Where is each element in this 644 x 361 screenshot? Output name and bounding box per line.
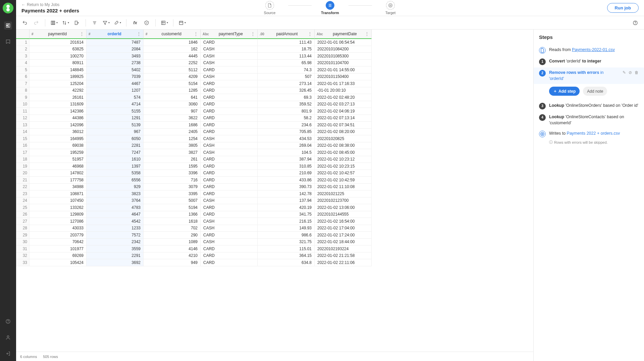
cell[interactable]: 2405 <box>144 129 201 136</box>
cell[interactable]: CASH <box>201 239 258 246</box>
edit-step-icon[interactable]: ✎ <box>623 70 626 76</box>
cell[interactable]: 4209 <box>144 74 201 81</box>
cell[interactable]: 107450 <box>30 197 87 205</box>
source-file-link[interactable]: Payments-2022-01.csv <box>572 47 615 52</box>
cell[interactable]: 5154 <box>144 80 201 87</box>
cell[interactable]: 142386 <box>30 108 87 115</box>
cell[interactable]: 42292 <box>30 87 87 94</box>
step-3[interactable]: 3 Lookup 'OnlineStoreOrders' based on 'O… <box>539 100 639 112</box>
cell[interactable]: 142.78 <box>258 190 315 197</box>
cell[interactable]: 4210 <box>144 253 201 260</box>
cell[interactable]: 3764 <box>87 197 144 205</box>
cell[interactable]: 801.9 <box>258 108 315 115</box>
cell[interactable]: 195259 <box>30 149 87 156</box>
cell[interactable]: 189925 <box>30 74 87 81</box>
cell[interactable]: 201614 <box>30 39 87 46</box>
cell[interactable]: CASH <box>201 60 258 67</box>
cell[interactable]: CARD <box>201 163 258 170</box>
cell[interactable]: 34988 <box>30 184 87 191</box>
cell[interactable]: 129809 <box>30 211 87 218</box>
cell[interactable]: 967 <box>87 129 144 136</box>
cell[interactable]: 4146 <box>144 245 201 253</box>
cell[interactable]: 273.14 <box>258 80 315 87</box>
column-header-paymentId[interactable]: #paymentId⋮ <box>30 30 87 39</box>
cell[interactable]: 210.69 <box>258 170 315 177</box>
cell[interactable]: 2281 <box>87 142 144 149</box>
cell[interactable]: CARD <box>201 129 258 136</box>
cell[interactable]: 507 <box>258 74 315 81</box>
cell[interactable]: 269.04 <box>258 142 315 149</box>
cell[interactable]: 1254 <box>144 135 201 142</box>
cell[interactable]: 1846 <box>144 39 201 46</box>
cell[interactable]: 69.3 <box>258 94 315 101</box>
cell[interactable]: -01-01 20:00:10 <box>315 87 372 94</box>
column-header-paymentDate[interactable]: AbcpaymentDate⋮ <box>315 30 372 39</box>
help-toolbar-icon[interactable] <box>631 18 640 28</box>
step-1[interactable]: 1 Convert 'orderId' to integer <box>539 56 639 67</box>
add-step-button[interactable]: ＋Add step <box>549 87 580 96</box>
cell[interactable]: CARD <box>201 101 258 108</box>
cell[interactable]: 80911 <box>30 60 87 67</box>
cell[interactable]: 147802 <box>30 170 87 177</box>
cell[interactable]: 4445 <box>144 53 201 60</box>
add-column-button[interactable] <box>72 18 82 28</box>
cell[interactable]: 133262 <box>30 204 87 211</box>
cell[interactable]: CARD <box>201 108 258 115</box>
cell[interactable]: 43033 <box>30 225 87 232</box>
cell[interactable]: 69038 <box>30 142 87 149</box>
cell[interactable]: 310.85 <box>258 163 315 170</box>
delete-step-icon[interactable]: 🗑 <box>635 70 639 76</box>
cell[interactable]: 4647 <box>87 211 144 218</box>
cell[interactable]: 20220101084200 <box>315 46 372 53</box>
column-menu-icon[interactable]: ⋮ <box>194 31 198 37</box>
cell[interactable]: 716 <box>144 177 201 184</box>
cell[interactable]: 148845 <box>30 66 87 74</box>
cell[interactable]: 420.19 <box>258 204 315 211</box>
column-menu-icon[interactable]: ⋮ <box>308 31 312 37</box>
cell[interactable]: 4714 <box>87 101 144 108</box>
cell[interactable]: 341.75 <box>258 211 315 218</box>
cell[interactable]: 5007 <box>144 197 201 205</box>
cell[interactable]: 3559 <box>87 245 144 253</box>
cell[interactable]: 234.6 <box>258 122 315 129</box>
cell[interactable]: 2022-01-02 10:23:15 <box>315 163 372 170</box>
cell[interactable]: 203779 <box>30 232 87 239</box>
cell[interactable]: 1610 <box>87 156 144 163</box>
cell[interactable]: 164995 <box>30 135 87 142</box>
cell[interactable]: CARD <box>201 184 258 191</box>
logout-icon[interactable] <box>4 350 12 358</box>
cell[interactable]: 1366 <box>144 211 201 218</box>
cell[interactable]: 4783 <box>87 204 144 211</box>
cell[interactable]: 1397 <box>87 163 144 170</box>
cell[interactable]: 2022-01-01 17:16:33 <box>315 80 372 87</box>
cell[interactable]: CASH <box>201 225 258 232</box>
cell[interactable]: CARD <box>201 232 258 239</box>
column-menu-icon[interactable]: ⋮ <box>137 31 141 37</box>
group-button[interactable]: ▾ <box>160 18 169 28</box>
column-header-customerId[interactable]: #customerId⋮ <box>144 30 201 39</box>
cell[interactable]: 1618 <box>144 218 201 225</box>
cell[interactable]: 3396 <box>144 170 201 177</box>
cell[interactable]: 26161 <box>30 94 87 101</box>
cell[interactable]: 2022-01-01 06:54:54 <box>315 39 372 46</box>
cell[interactable]: 5139 <box>87 122 144 129</box>
cell[interactable]: 3823 <box>87 190 144 197</box>
run-job-button[interactable]: Run job <box>607 3 639 13</box>
step-reads[interactable]: Reads from Payments-2022-01.csv <box>539 45 639 56</box>
cell[interactable]: 434.53 <box>258 135 315 142</box>
cell[interactable]: 1686 <box>144 122 201 129</box>
cell[interactable]: 2022-01-02 07:13:14 <box>315 115 372 122</box>
cell[interactable]: 202201020825 <box>315 135 372 142</box>
cell[interactable]: 5194 <box>144 204 201 211</box>
cell[interactable]: 137.94 <box>258 197 315 205</box>
column-header-orderId[interactable]: #orderId⋮ <box>87 30 144 39</box>
redo-button[interactable] <box>32 18 41 28</box>
cell[interactable]: CASH <box>201 46 258 53</box>
column-header-paymentType[interactable]: AbcpaymentType⋮ <box>201 30 258 39</box>
cell[interactable]: 326.45 <box>258 87 315 94</box>
cell[interactable]: CARD <box>201 259 258 266</box>
cell[interactable]: CARD <box>201 170 258 177</box>
cell[interactable]: 177758 <box>30 177 87 184</box>
cell[interactable]: 104.5 <box>258 149 315 156</box>
disable-step-icon[interactable]: ⊘ <box>629 70 632 76</box>
